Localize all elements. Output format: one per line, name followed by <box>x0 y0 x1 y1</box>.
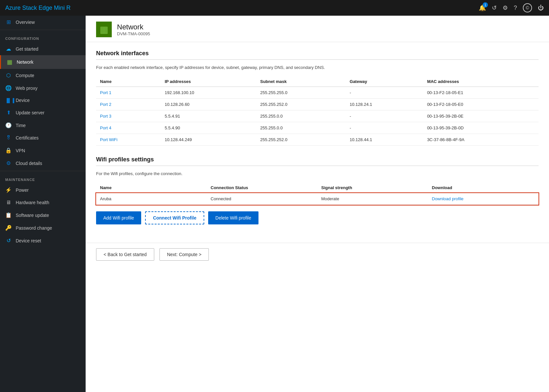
bell-icon[interactable]: 🔔 1 <box>479 4 486 11</box>
ip-cell: 10.128.26.60 <box>161 99 256 110</box>
wifi-thead: Name Connection Status Signal strength D… <box>96 183 539 193</box>
sidebar-item-network[interactable]: ▦ Network <box>0 55 86 69</box>
compute-icon: ⬡ <box>5 72 12 78</box>
sidebar-item-label: Power <box>16 188 29 193</box>
power-sidebar-icon: ⚡ <box>5 187 12 193</box>
help-icon[interactable]: ? <box>514 5 517 11</box>
wifi-name-cell: Aruba <box>96 193 207 205</box>
table-row: Port 4 5.5.4.90 255.255.0.0 - 00-13-95-3… <box>96 122 539 134</box>
wifi-profiles-section: Wifi profiles settings For the Wifi prof… <box>96 156 539 224</box>
subnet-cell: 255.255.0.0 <box>256 122 346 134</box>
main-layout: ⊞ Overview CONFIGURATION ☁ Get started ▦… <box>0 16 549 392</box>
section-divider-1 <box>96 59 539 60</box>
sidebar-item-label: Cloud details <box>16 161 42 166</box>
notification-badge: 1 <box>483 2 488 8</box>
sidebar-item-cloud-details[interactable]: ⚙ Cloud details <box>0 157 86 170</box>
table-row: Port 1 192.168.100.10 255.255.255.0 - 00… <box>96 87 539 99</box>
sidebar-item-label: Compute <box>16 73 34 78</box>
wifi-status-cell: Connected <box>207 193 318 205</box>
power-icon[interactable]: ⏻ <box>538 5 544 11</box>
ip-cell: 5.5.4.91 <box>161 110 256 122</box>
gateway-cell: - <box>346 122 423 134</box>
sidebar-divider-2 <box>0 171 86 171</box>
sidebar-item-vpn[interactable]: 🔒 VPN <box>0 144 86 157</box>
table-row: Port 2 10.128.26.60 255.255.252.0 10.128… <box>96 99 539 110</box>
sidebar-item-get-started[interactable]: ☁ Get started <box>0 42 86 55</box>
next-button[interactable]: Next: Compute > <box>159 248 209 261</box>
sidebar-item-label: Web proxy <box>16 86 38 91</box>
add-wifi-profile-button[interactable]: Add Wifi profile <box>96 211 141 224</box>
wifi-profiles-table: Name Connection Status Signal strength D… <box>96 183 539 205</box>
update-server-icon: ⬆ <box>5 109 12 116</box>
delete-wifi-profile-button[interactable]: Delete Wifi profile <box>208 211 258 224</box>
copyright-icon[interactable]: © <box>523 3 532 12</box>
sidebar-item-device-reset[interactable]: ↺ Device reset <box>0 234 86 247</box>
mac-cell: 00-13-F2-18-05-E0 <box>423 99 539 110</box>
sidebar-divider-1 <box>0 30 86 30</box>
sidebar-item-label: Time <box>16 123 26 128</box>
sidebar-item-time[interactable]: 🕐 Time <box>0 119 86 132</box>
sidebar-item-label: Hardware health <box>16 200 49 205</box>
sidebar-item-web-proxy[interactable]: 🌐 Web proxy <box>0 82 86 94</box>
wifi-signal-cell: Moderate <box>317 193 428 205</box>
get-started-icon: ☁ <box>5 46 12 52</box>
mac-cell: 00-13-F2-18-05-E1 <box>423 87 539 99</box>
network-interfaces-thead: Name IP addresses Subnet mask Gateway MA… <box>96 76 539 87</box>
ip-cell: 192.168.100.10 <box>161 87 256 99</box>
connect-wifi-profile-button[interactable]: Connect Wifi Profile <box>145 211 204 224</box>
col-ip: IP addresses <box>161 76 256 87</box>
back-button[interactable]: < Back to Get started <box>96 248 154 261</box>
wifi-action-buttons: Add Wifi profile Connect Wifi Profile De… <box>96 211 539 224</box>
web-proxy-icon: 🌐 <box>5 85 12 91</box>
password-change-icon: 🔑 <box>5 225 12 231</box>
port-name-cell[interactable]: Port 3 <box>96 110 161 122</box>
wifi-download-cell[interactable]: Download profile <box>428 193 539 205</box>
network-interfaces-section: Network interfaces For each enabled netw… <box>96 50 539 146</box>
port-name-cell[interactable]: Port 2 <box>96 99 161 110</box>
port-name-cell[interactable]: Port 1 <box>96 87 161 99</box>
wifi-col-signal: Signal strength <box>317 183 428 193</box>
sidebar-item-label: VPN <box>16 148 25 153</box>
wifi-col-status: Connection Status <box>207 183 318 193</box>
page-title: Network <box>117 23 150 31</box>
device-icon: ▐▌▐ <box>5 98 12 103</box>
sidebar-item-compute[interactable]: ⬡ Compute <box>0 69 86 82</box>
settings-icon[interactable]: ⚙ <box>503 4 508 11</box>
col-gateway: Gateway <box>346 76 423 87</box>
col-mac: MAC addresses <box>423 76 539 87</box>
sidebar-item-label: Software update <box>16 213 49 218</box>
sidebar-item-label: Overview <box>16 20 35 25</box>
network-icon: ▦ <box>6 58 13 66</box>
ip-cell: 10.128.44.249 <box>161 134 256 146</box>
sidebar-item-label: Update server <box>16 110 44 115</box>
sidebar-item-device[interactable]: ▐▌▐ Device <box>0 94 86 106</box>
sidebar-item-password-change[interactable]: 🔑 Password change <box>0 221 86 234</box>
wifi-profiles-description: For the Wifi profiles, configure the con… <box>96 171 539 176</box>
sidebar-item-overview[interactable]: ⊞ Overview <box>0 16 86 28</box>
network-interfaces-table: Name IP addresses Subnet mask Gateway MA… <box>96 76 539 146</box>
sidebar-item-certificates[interactable]: 🎖 Certificates <box>0 132 86 144</box>
sidebar-item-power[interactable]: ⚡ Power <box>0 184 86 196</box>
vpn-icon: 🔒 <box>5 147 12 154</box>
gateway-cell: 10.128.24.1 <box>346 99 423 110</box>
table-row: Port WiFi 10.128.44.249 255.255.252.0 10… <box>96 134 539 146</box>
port-name-cell[interactable]: Port 4 <box>96 122 161 134</box>
sidebar-item-update-server[interactable]: ⬆ Update server <box>0 106 86 119</box>
port-name-cell[interactable]: Port WiFi <box>96 134 161 146</box>
bottom-nav: < Back to Get started Next: Compute > <box>86 243 549 269</box>
subnet-cell: 255.255.255.0 <box>256 87 346 99</box>
page-header-icon: ▦ <box>96 22 112 37</box>
subnet-cell: 255.255.252.0 <box>256 99 346 110</box>
col-name: Name <box>96 76 161 87</box>
sidebar-item-software-update[interactable]: 📋 Software update <box>0 209 86 221</box>
page-header: ▦ Network DVM-TMA-00095 <box>86 16 549 42</box>
topbar-icons: 🔔 1 ↺ ⚙ ? © ⏻ <box>479 3 544 12</box>
sidebar-item-label: Certificates <box>16 135 39 140</box>
wifi-header-row: Name Connection Status Signal strength D… <box>96 183 539 193</box>
certificates-icon: 🎖 <box>5 135 12 141</box>
network-interfaces-description: For each enabled network interface, spec… <box>96 65 539 70</box>
sidebar-item-hardware-health[interactable]: 🖥 Hardware health <box>0 196 86 209</box>
refresh-icon[interactable]: ↺ <box>492 4 497 11</box>
wifi-table-row[interactable]: Aruba Connected Moderate Download profil… <box>96 193 539 205</box>
device-reset-icon: ↺ <box>5 237 12 244</box>
